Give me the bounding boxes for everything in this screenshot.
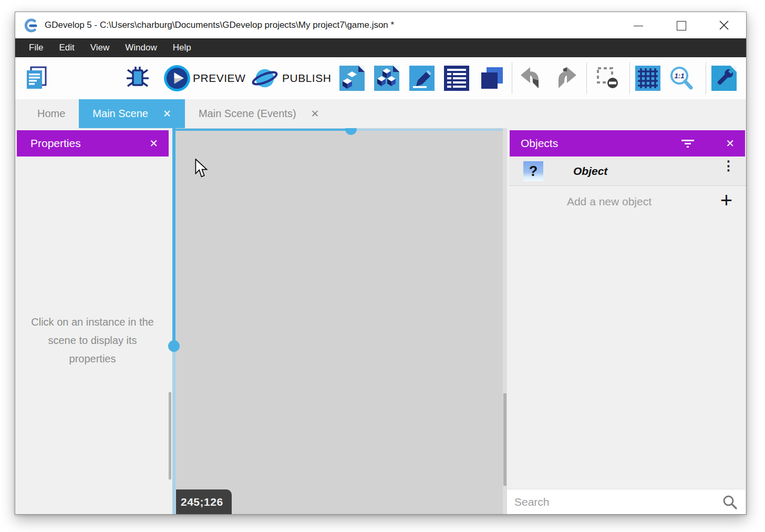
objects-title: Objects bbox=[510, 137, 681, 150]
properties-panel: Properties ✕ Click on an instance in the… bbox=[15, 128, 170, 514]
selection-handle-left[interactable] bbox=[168, 340, 180, 352]
layers-icon[interactable] bbox=[479, 66, 504, 91]
menu-view[interactable]: View bbox=[82, 38, 118, 57]
object-row[interactable]: ? Object ⋮ bbox=[509, 157, 746, 186]
mouse-cursor-icon bbox=[195, 159, 209, 179]
scene-properties-icon[interactable] bbox=[339, 66, 365, 91]
tab-close-icon[interactable]: ✕ bbox=[163, 109, 171, 119]
svg-text:1:1: 1:1 bbox=[675, 72, 685, 80]
publish-label: PUBLISH bbox=[282, 71, 331, 86]
tab-label: Main Scene (Events) bbox=[199, 108, 296, 120]
gdevelop-logo-icon bbox=[24, 18, 38, 33]
tab-label: Home bbox=[37, 108, 65, 120]
maximize-button[interactable] bbox=[674, 18, 689, 33]
properties-header: Properties ✕ bbox=[17, 130, 169, 157]
objects-cubes-icon[interactable] bbox=[374, 66, 399, 91]
selection-handle-top[interactable] bbox=[345, 128, 357, 135]
close-button[interactable] bbox=[717, 18, 731, 33]
tab-main-scene-events[interactable]: Main Scene (Events) ✕ bbox=[185, 99, 333, 128]
properties-title: Properties bbox=[17, 137, 139, 150]
kebab-menu-icon[interactable]: ⋮ bbox=[722, 163, 729, 169]
minimize-button[interactable] bbox=[632, 18, 646, 33]
filter-icon[interactable] bbox=[681, 138, 694, 149]
scene-canvas[interactable]: 245;126 bbox=[175, 128, 503, 514]
toolbar-separator bbox=[629, 62, 630, 94]
menu-edit[interactable]: Edit bbox=[51, 38, 82, 57]
plus-icon[interactable]: + bbox=[720, 189, 732, 212]
menu-help[interactable]: Help bbox=[165, 38, 199, 57]
canvas-scrollbar-thumb[interactable] bbox=[503, 393, 506, 486]
main-area: Properties ✕ Click on an instance in the… bbox=[15, 128, 746, 514]
tab-home[interactable]: Home bbox=[24, 99, 79, 128]
edit-pencil-icon[interactable] bbox=[409, 66, 435, 91]
menu-window[interactable]: Window bbox=[117, 38, 164, 57]
play-icon bbox=[163, 65, 191, 92]
scene-boundary-line-top bbox=[175, 129, 354, 131]
tab-main-scene[interactable]: Main Scene ✕ bbox=[79, 99, 185, 128]
tab-bar: Home Main Scene ✕ Main Scene (Events) ✕ bbox=[15, 99, 746, 128]
wrench-icon[interactable] bbox=[711, 66, 737, 91]
add-object-row[interactable]: Add a new object + bbox=[509, 186, 746, 217]
redo-icon[interactable] bbox=[554, 66, 579, 91]
project-manager-icon[interactable] bbox=[24, 66, 49, 91]
gdevelop-window: GDevelop 5 - C:\Users\charburg\Documents… bbox=[15, 12, 747, 515]
objects-close-button[interactable]: ✕ bbox=[715, 137, 745, 150]
debug-icon[interactable] bbox=[125, 66, 150, 91]
title-bar[interactable]: GDevelop 5 - C:\Users\charburg\Documents… bbox=[15, 12, 746, 38]
toolbar-separator bbox=[586, 62, 587, 94]
desktop: GDevelop 5 - C:\Users\charburg\Documents… bbox=[0, 0, 765, 532]
menu-file[interactable]: File bbox=[21, 38, 51, 57]
toolbar-separator bbox=[512, 62, 512, 94]
add-object-label: Add a new object bbox=[541, 186, 678, 217]
events-list-icon[interactable] bbox=[444, 66, 469, 91]
globe-icon bbox=[251, 65, 278, 92]
toolbar-separator bbox=[706, 62, 706, 94]
zoom-1-1-icon[interactable]: 1:1 bbox=[669, 66, 694, 91]
tab-label: Main Scene bbox=[92, 108, 148, 120]
menu-bar: File Edit View Window Help bbox=[15, 38, 746, 57]
properties-empty-message: Click on an instance in the scene to dis… bbox=[24, 313, 161, 368]
objects-header: Objects ✕ bbox=[510, 130, 745, 157]
scene-boundary-line-top-faded bbox=[354, 129, 503, 131]
toolbar: PREVIEW PUBLISH bbox=[15, 57, 746, 99]
window-title: GDevelop 5 - C:\Users\charburg\Documents… bbox=[45, 12, 394, 38]
objects-panel: Objects ✕ ? Object ⋮ Add a new object + bbox=[507, 128, 746, 514]
properties-close-button[interactable]: ✕ bbox=[139, 137, 169, 150]
object-name: Object bbox=[573, 157, 607, 186]
object-placeholder-icon: ? bbox=[523, 161, 543, 181]
clear-selection-icon[interactable] bbox=[595, 66, 621, 91]
tab-close-icon[interactable]: ✕ bbox=[311, 109, 319, 119]
object-search-bar bbox=[507, 489, 745, 514]
window-close-icon bbox=[719, 20, 729, 30]
preview-label: PREVIEW bbox=[193, 71, 245, 86]
undo-icon[interactable] bbox=[518, 66, 543, 91]
properties-scrollbar-thumb[interactable] bbox=[169, 392, 171, 479]
object-search-input[interactable] bbox=[507, 489, 745, 514]
grid-icon[interactable] bbox=[635, 66, 660, 91]
coordinates-tooltip: 245;126 bbox=[176, 489, 232, 514]
search-icon bbox=[722, 494, 738, 510]
